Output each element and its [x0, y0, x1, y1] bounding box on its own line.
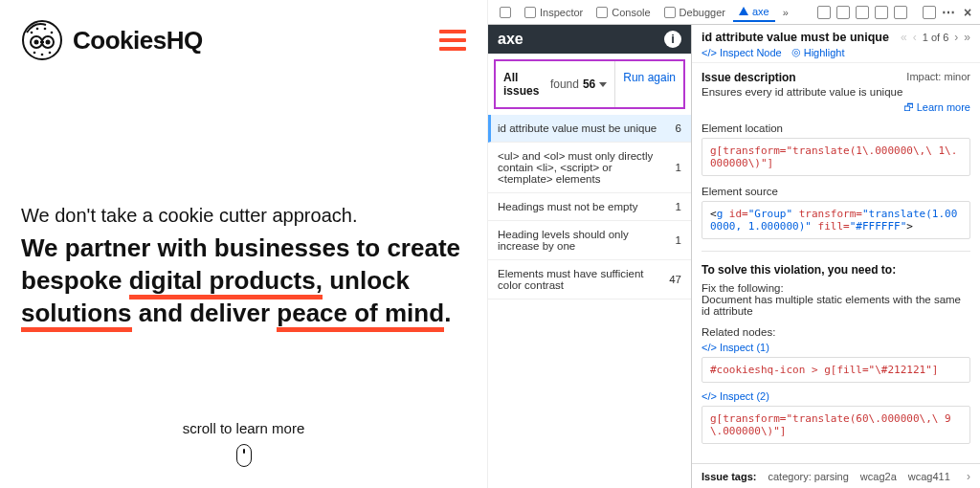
pager-prev-button[interactable]: ‹ [913, 31, 917, 44]
devtools-close-icon[interactable]: × [961, 6, 974, 19]
impact-label: Impact: minor [906, 71, 970, 82]
issue-row[interactable]: Elements must have sufficient color cont… [488, 260, 691, 299]
hero: We don't take a cookie cutter approach. … [21, 205, 466, 329]
code-icon: </> [702, 342, 717, 353]
related-node-1-code: #cookieshq-icon > g[fill="\#212121"] [702, 357, 970, 383]
tag-wcag2a: wcag2a [860, 471, 897, 482]
svg-point-7 [44, 28, 47, 31]
devtools-layout-icon-3[interactable] [856, 6, 869, 19]
rdm-toggle[interactable] [494, 4, 517, 21]
element-location-code: g[transform="translate(1\.000000\,\ 1\.0… [702, 138, 970, 176]
inspector-icon [524, 7, 536, 18]
devtools-layout-icon-4[interactable] [875, 6, 888, 19]
src-attr-tr: transform= [792, 208, 862, 220]
axe-icon [739, 7, 748, 15]
issue-row[interactable]: Headings must not be empty1 [488, 193, 691, 221]
detail-title: id attribute value must be unique [702, 31, 889, 44]
site-logo[interactable]: CookiesHQ [21, 19, 203, 61]
inspect-1-label: Inspect (1) [720, 342, 769, 353]
target-icon: ◎ [791, 46, 801, 58]
issue-row[interactable]: <ul> and <ol> must only directly contain… [488, 143, 691, 193]
axe-summary-bar: All issues found 56 Run again [494, 59, 685, 109]
scroll-hint: scroll to learn more [0, 420, 487, 467]
tab-debugger[interactable]: Debugger [658, 4, 731, 21]
svg-point-4 [46, 40, 51, 45]
code-icon: </> [702, 390, 717, 402]
issue-count: 1 [676, 234, 681, 246]
tabs-overflow[interactable]: » [777, 4, 794, 21]
tab-console[interactable]: Console [590, 4, 656, 21]
devtools-noentry-icon[interactable] [894, 6, 907, 19]
pager-next-button[interactable]: › [954, 31, 958, 44]
hero-line2a: bespoke [21, 266, 129, 295]
tab-console-label: Console [612, 7, 650, 18]
svg-point-9 [33, 52, 36, 55]
pager-first-button[interactable]: « [901, 31, 907, 44]
element-source-heading: Element source [702, 186, 970, 197]
axe-info-icon[interactable]: i [664, 31, 681, 48]
inspect-node-2-link[interactable]: </>Inspect (2) [702, 390, 970, 402]
detail-body[interactable]: Impact: minor Issue description Ensures … [692, 63, 980, 463]
external-link-icon: 🗗 [903, 101, 914, 113]
hero-subtitle: We don't take a cookie cutter approach. [21, 205, 466, 227]
tab-axe[interactable]: axe [733, 3, 775, 22]
issue-pager: « ‹ 1 of 6 › » [901, 31, 970, 44]
issue-row[interactable]: Heading levels should only increase by o… [488, 221, 691, 260]
issues-filter-dropdown[interactable]: All issues found 56 [496, 61, 614, 107]
axe-detail-pane: id attribute value must be unique </>Ins… [692, 25, 980, 488]
devtools-tabbar: Inspector Console Debugger axe » ⋯ × [488, 0, 980, 25]
tab-axe-label: axe [752, 6, 769, 17]
run-again-button[interactable]: Run again [614, 61, 683, 107]
hamburger-menu-button[interactable] [439, 30, 466, 51]
inspect-node-link[interactable]: </>Inspect Node [702, 46, 782, 58]
devtools-layout-icon-1[interactable] [817, 6, 831, 19]
website-pane: CookiesHQ We don't take a cookie cutter … [0, 0, 488, 488]
devtools-layout-icon-2[interactable] [836, 6, 850, 19]
highlight-label: Highlight [804, 47, 845, 58]
issue-tags-bar: Issue tags: category: parsing wcag2a wca… [692, 463, 980, 488]
issue-description-text: Ensures every id attribute value is uniq… [702, 86, 970, 98]
detail-header: id attribute value must be unique </>Ins… [692, 25, 980, 63]
issue-label: Heading levels should only increase by o… [498, 229, 668, 252]
solve-heading: To solve this violation, you need to: [702, 263, 970, 277]
inspect-node-1-link[interactable]: </>Inspect (1) [702, 342, 970, 353]
fix-text: Document has multiple static elements wi… [702, 294, 970, 317]
scroll-text: scroll to learn more [0, 420, 487, 436]
issue-label: id attribute value must be unique [498, 122, 657, 134]
found-label: found [550, 78, 579, 91]
highlight-link[interactable]: ◎Highlight [791, 46, 845, 58]
learn-more-label: Learn more [917, 101, 970, 113]
pager-position: 1 of 6 [923, 32, 949, 43]
tags-next-button[interactable]: › [967, 470, 970, 483]
issues-count: 56 [583, 78, 595, 91]
axe-header: axe i [488, 25, 691, 54]
mouse-icon [236, 444, 252, 467]
hero-line3b: and deliver [132, 299, 278, 327]
dropdown-caret-icon [599, 82, 607, 87]
hero-line2b: unlock [323, 266, 410, 295]
related-node-2-value: g[transform="translate(60\.000000\,\ 9\.… [710, 412, 951, 437]
src-open: < [710, 208, 717, 220]
devtools-dock-icon[interactable] [923, 6, 936, 19]
axe-issue-list-pane: axe i All issues found 56 Run again id a… [488, 25, 692, 488]
src-close: > [906, 220, 913, 233]
svg-point-6 [36, 28, 39, 31]
svg-point-8 [51, 32, 54, 34]
element-location-value: g[transform="translate(1\.000000\,\ 1\.0… [710, 144, 957, 169]
devtools-menu-icon[interactable]: ⋯ [942, 6, 955, 19]
issue-count: 47 [669, 274, 681, 285]
code-icon: </> [702, 47, 717, 58]
issue-row[interactable]: id attribute value must be unique6 [488, 115, 691, 143]
tab-inspector[interactable]: Inspector [519, 4, 589, 21]
hero-period: . [444, 299, 451, 327]
pager-last-button[interactable]: » [964, 31, 970, 44]
learn-more-link[interactable]: 🗗Learn more [903, 101, 970, 113]
cookie-logo-icon [21, 19, 63, 61]
tags-label: Issue tags: [702, 471, 756, 482]
issue-label: Elements must have sufficient color cont… [498, 268, 661, 291]
tag-category: category: parsing [768, 471, 848, 482]
related-nodes-heading: Related nodes: [702, 326, 970, 338]
src-val-fill: "#FFFFFF" [850, 220, 907, 233]
all-issues-label: All issues [503, 71, 546, 98]
inspect-node-label: Inspect Node [720, 47, 782, 58]
